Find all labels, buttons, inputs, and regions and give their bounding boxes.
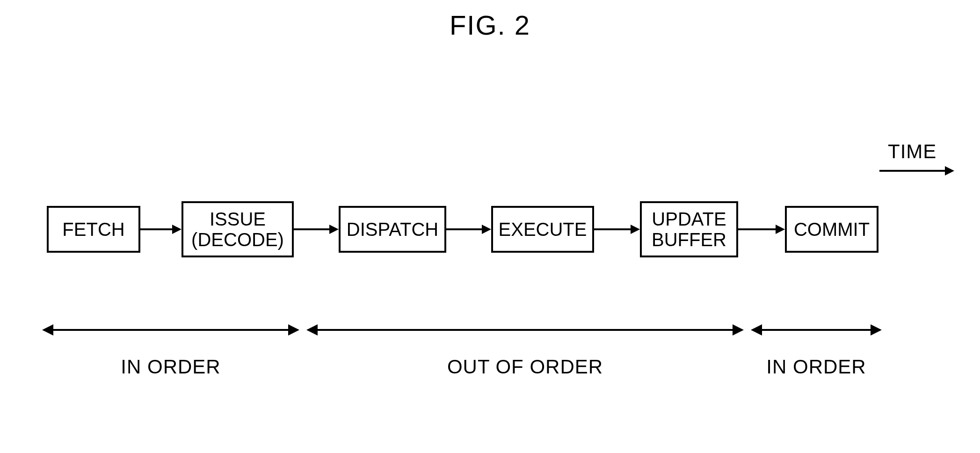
svg-marker-7 — [482, 225, 491, 234]
arrow-fetch-to-issue-icon — [140, 222, 181, 236]
stage-issue-label: ISSUE (DECODE) — [191, 209, 284, 250]
arrow-dispatch-to-execute-icon — [446, 222, 491, 236]
svg-marker-15 — [306, 324, 318, 336]
stage-update-line2: BUFFER — [652, 229, 726, 250]
figure-title: FIG. 2 — [0, 9, 980, 41]
svg-marker-3 — [172, 225, 181, 234]
range-arrow-out-of-order-icon — [306, 321, 744, 339]
stage-issue-line1: ISSUE — [210, 209, 266, 229]
stage-fetch-label: FETCH — [62, 219, 124, 240]
svg-marker-5 — [329, 225, 339, 234]
svg-marker-17 — [733, 324, 744, 336]
stage-update-buffer-label: UPDATE BUFFER — [652, 209, 726, 250]
svg-marker-11 — [776, 225, 785, 234]
svg-marker-18 — [751, 324, 762, 336]
stage-execute: EXECUTE — [491, 206, 594, 253]
arrow-execute-to-update-icon — [594, 222, 640, 236]
stage-commit: COMMIT — [785, 206, 878, 253]
stage-dispatch-label: DISPATCH — [347, 219, 438, 240]
time-label: TIME — [888, 140, 936, 163]
range-arrow-in-order-left-icon — [42, 321, 299, 339]
stage-issue: ISSUE (DECODE) — [181, 201, 294, 257]
stage-update-buffer: UPDATE BUFFER — [640, 201, 738, 257]
range-arrow-in-order-right-icon — [751, 321, 882, 339]
time-arrow-icon — [879, 164, 954, 178]
svg-marker-14 — [288, 324, 299, 336]
arrow-update-to-commit-icon — [738, 222, 785, 236]
stage-fetch: FETCH — [47, 206, 140, 253]
arrow-issue-to-dispatch-icon — [294, 222, 339, 236]
svg-marker-1 — [945, 166, 954, 175]
stage-issue-line2: (DECODE) — [191, 229, 284, 250]
range-label-in-order-right: IN ORDER — [751, 356, 882, 378]
stage-commit-label: COMMIT — [794, 219, 870, 240]
diagram-canvas: FIG. 2 TIME FETCH ISSUE (DECODE) DISPATC… — [0, 0, 980, 453]
stage-dispatch: DISPATCH — [339, 206, 446, 253]
svg-marker-9 — [631, 225, 640, 234]
range-label-out-of-order: OUT OF ORDER — [306, 356, 744, 378]
svg-marker-12 — [42, 324, 53, 336]
stage-update-line1: UPDATE — [652, 209, 726, 229]
stage-execute-label: EXECUTE — [499, 219, 587, 240]
svg-marker-20 — [871, 324, 882, 336]
range-label-in-order-left: IN ORDER — [42, 356, 299, 378]
